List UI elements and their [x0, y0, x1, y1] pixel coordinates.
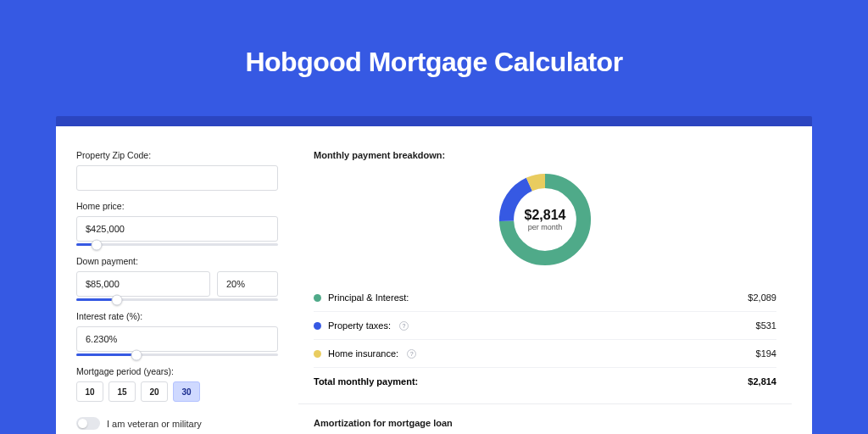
info-icon[interactable]: ?: [399, 321, 409, 331]
donut-amount: $2,814: [525, 208, 566, 223]
home-price-slider[interactable]: [76, 243, 278, 246]
down-payment-input[interactable]: [76, 271, 210, 297]
donut-wrap: $2,814 per month: [314, 169, 776, 270]
amortization-title: Amortization for mortgage loan: [314, 418, 776, 428]
donut-chart: $2,814 per month: [494, 169, 596, 270]
breakdown-panel: Monthly payment breakdown: $2,814 per mo…: [298, 150, 792, 404]
period-field-group: Mortgage period (years): 10152030: [76, 366, 278, 402]
down-payment-pct-input[interactable]: [217, 271, 278, 297]
legend-row: Home insurance:?$194: [314, 339, 776, 367]
hero: Hobgood Mortgage Calculator: [0, 0, 868, 91]
legend-label: Principal & Interest:: [328, 292, 409, 303]
legend-dot-icon: [314, 294, 321, 302]
legend-value: $194: [756, 348, 776, 359]
period-10-button[interactable]: 10: [76, 381, 103, 402]
donut-center: $2,814 per month: [494, 169, 596, 270]
down-payment-slider[interactable]: [76, 298, 278, 301]
legend-label: Property taxes:: [328, 320, 391, 331]
legend-label: Home insurance:: [328, 348, 398, 359]
legend-dot-icon: [314, 350, 321, 358]
card-outer: Property Zip Code: Home price: Down paym…: [56, 116, 812, 434]
legend-value: $531: [756, 320, 776, 331]
home-price-label: Home price:: [76, 201, 278, 211]
period-label: Mortgage period (years):: [76, 366, 278, 376]
info-icon[interactable]: ?: [407, 349, 416, 359]
interest-slider[interactable]: [76, 353, 278, 356]
legend-total-row: Total monthly payment: $2,814: [314, 367, 776, 390]
zip-label: Property Zip Code:: [76, 150, 278, 160]
form-column: Property Zip Code: Home price: Down paym…: [76, 150, 278, 434]
legend-row: Property taxes:?$531: [314, 311, 776, 339]
interest-field-group: Interest rate (%):: [76, 311, 278, 356]
period-buttons-row: 10152030: [76, 381, 278, 402]
amortization-panel: Amortization for mortgage loan Amortizat…: [298, 404, 792, 434]
zip-input[interactable]: [76, 165, 278, 191]
interest-label: Interest rate (%):: [76, 311, 278, 321]
legend: Principal & Interest:$2,089Property taxe…: [314, 284, 776, 367]
home-price-slider-thumb[interactable]: [91, 239, 102, 250]
home-price-field-group: Home price:: [76, 201, 278, 246]
total-value: $2,814: [748, 376, 776, 387]
home-price-input[interactable]: [76, 216, 278, 242]
breakdown-title: Monthly payment breakdown:: [314, 150, 776, 160]
interest-slider-thumb[interactable]: [131, 349, 142, 360]
down-payment-slider-thumb[interactable]: [111, 294, 122, 305]
page-title: Hobgood Mortgage Calculator: [0, 47, 868, 78]
results-column: Monthly payment breakdown: $2,814 per mo…: [298, 150, 792, 434]
interest-input[interactable]: [76, 326, 278, 352]
period-20-button[interactable]: 20: [141, 381, 168, 402]
down-payment-label: Down payment:: [76, 256, 278, 266]
calculator-card: Property Zip Code: Home price: Down paym…: [56, 126, 812, 434]
veteran-toggle-row: I am veteran or military: [76, 417, 278, 430]
veteran-toggle[interactable]: [76, 417, 100, 430]
zip-field-group: Property Zip Code:: [76, 150, 278, 191]
period-30-button[interactable]: 30: [173, 381, 200, 402]
total-label: Total monthly payment:: [314, 376, 418, 387]
legend-row: Principal & Interest:$2,089: [314, 284, 776, 311]
legend-dot-icon: [314, 322, 321, 330]
legend-value: $2,089: [748, 292, 776, 303]
interest-slider-fill: [76, 353, 136, 356]
veteran-label: I am veteran or military: [107, 419, 202, 429]
down-payment-field-group: Down payment:: [76, 256, 278, 301]
donut-sub: per month: [528, 223, 563, 231]
period-15-button[interactable]: 15: [108, 381, 136, 402]
